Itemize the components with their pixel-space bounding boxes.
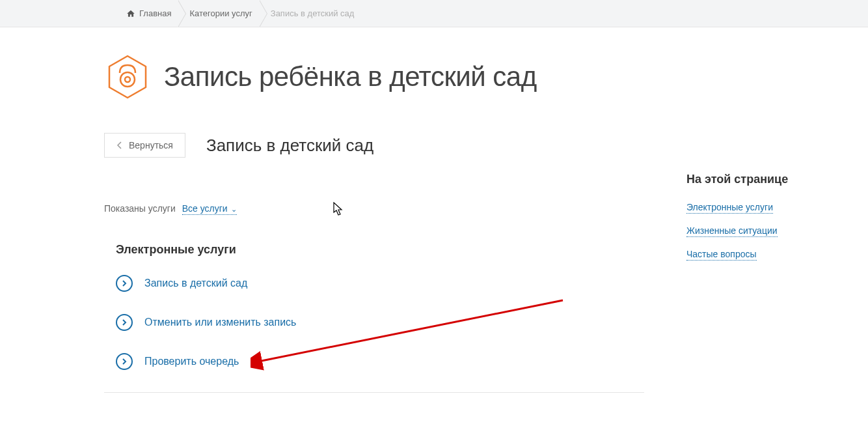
sidebar-link-situations[interactable]: Жизненные ситуации [686, 225, 778, 237]
service-item-modify[interactable]: Отменить или изменить запись [116, 314, 868, 331]
page-title: Запись ребёнка в детский сад [164, 61, 537, 92]
filter-label: Показаны услуги [104, 203, 176, 214]
service-link[interactable]: Проверить очередь [144, 356, 239, 367]
filter-dropdown[interactable]: Все услуги ⌄ [182, 203, 237, 215]
circle-arrow-icon [116, 275, 133, 292]
subheader: Вернуться Запись в детский сад [104, 133, 868, 158]
chevron-down-icon: ⌄ [231, 205, 237, 213]
service-list: Запись в детский сад Отменить или измени… [104, 275, 868, 370]
back-button-label: Вернуться [129, 140, 173, 150]
breadcrumb: Главная Категории услуг Запись в детский… [0, 0, 868, 27]
sidebar: На этой странице Электронные услуги Жизн… [686, 173, 788, 272]
service-link[interactable]: Запись в детский сад [144, 277, 247, 289]
category-hex-icon [104, 53, 151, 100]
circle-arrow-icon [116, 314, 133, 331]
chevron-left-icon [116, 141, 122, 150]
breadcrumb-current: Запись в детский сад [262, 0, 364, 27]
svg-point-1 [120, 72, 135, 87]
sub-title: Запись в детский сад [206, 135, 373, 156]
breadcrumb-categories-label: Категории услуг [189, 8, 252, 18]
breadcrumb-current-label: Запись в детский сад [271, 8, 355, 18]
sidebar-link-faq[interactable]: Частые вопросы [686, 249, 757, 261]
service-link[interactable]: Отменить или изменить запись [144, 317, 296, 328]
page-header: Запись ребёнка в детский сад [104, 53, 868, 100]
service-item-check-queue[interactable]: Проверить очередь [116, 353, 868, 370]
breadcrumb-home[interactable]: Главная [117, 0, 180, 27]
back-button[interactable]: Вернуться [104, 133, 185, 158]
divider [104, 392, 644, 393]
sidebar-link-electronic[interactable]: Электронные услуги [686, 202, 773, 214]
filter-selected: Все услуги [182, 203, 228, 214]
sidebar-heading: На этой странице [686, 173, 788, 186]
service-item-enroll[interactable]: Запись в детский сад [116, 275, 868, 292]
circle-arrow-icon [116, 353, 133, 370]
home-icon [126, 9, 135, 18]
breadcrumb-categories[interactable]: Категории услуг [180, 0, 261, 27]
breadcrumb-home-label: Главная [139, 8, 171, 18]
svg-point-2 [125, 77, 130, 82]
